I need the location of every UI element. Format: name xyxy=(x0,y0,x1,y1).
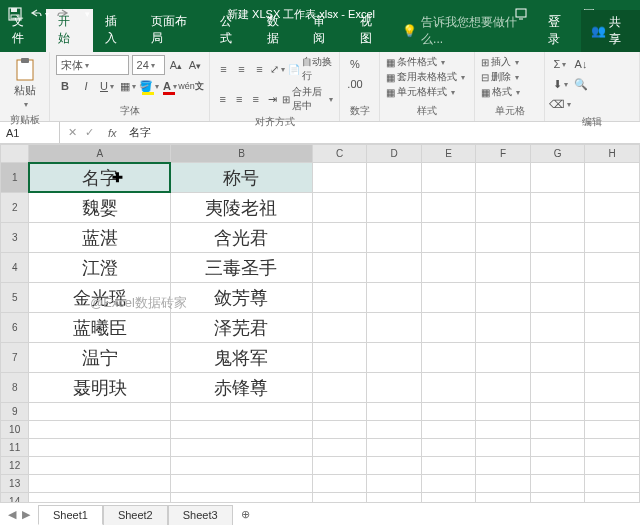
row-header[interactable]: 9 xyxy=(1,403,29,421)
save-icon[interactable] xyxy=(4,3,26,25)
cell[interactable] xyxy=(476,283,531,313)
tab-review[interactable]: 审阅 xyxy=(301,9,347,52)
bold-icon[interactable]: B xyxy=(56,77,74,95)
align-middle-icon[interactable]: ≡ xyxy=(234,60,249,78)
cell[interactable] xyxy=(367,421,422,439)
cell[interactable] xyxy=(367,283,422,313)
cell[interactable] xyxy=(530,439,585,457)
cell[interactable] xyxy=(312,475,367,493)
column-header[interactable]: G xyxy=(530,145,585,163)
sheet-tab[interactable]: Sheet2 xyxy=(103,505,168,525)
sheet-tab[interactable]: Sheet1 xyxy=(38,505,103,525)
column-header[interactable]: B xyxy=(171,145,313,163)
row-header[interactable]: 12 xyxy=(1,457,29,475)
decimal-icon[interactable]: .00 xyxy=(346,75,364,93)
row-header[interactable]: 3 xyxy=(1,223,29,253)
align-top-icon[interactable]: ≡ xyxy=(216,60,231,78)
cell[interactable]: 夷陵老祖 xyxy=(171,193,313,223)
cell[interactable] xyxy=(421,253,476,283)
name-box[interactable]: A1 xyxy=(0,122,60,143)
cell[interactable] xyxy=(29,475,171,493)
sheet-nav-next-icon[interactable]: ▶ xyxy=(22,508,30,521)
cell-styles-button[interactable]: ▦单元格样式▾ xyxy=(386,85,468,99)
cell[interactable] xyxy=(312,493,367,503)
select-all-corner[interactable] xyxy=(1,145,29,163)
new-sheet-button[interactable]: ⊕ xyxy=(233,505,258,524)
cell[interactable] xyxy=(367,193,422,223)
cell[interactable] xyxy=(585,283,640,313)
column-header[interactable]: H xyxy=(585,145,640,163)
format-cells-button[interactable]: ▦格式▾ xyxy=(481,85,538,99)
cell[interactable]: 蓝湛 xyxy=(29,223,171,253)
cell[interactable] xyxy=(312,193,367,223)
cell[interactable] xyxy=(585,193,640,223)
cell[interactable] xyxy=(29,403,171,421)
undo-icon[interactable]: ▾ xyxy=(28,3,50,25)
fill-icon[interactable]: ⬇▾ xyxy=(551,75,569,93)
cell[interactable]: 名字 xyxy=(29,163,171,193)
increase-font-icon[interactable]: A▴ xyxy=(168,56,184,74)
cell[interactable]: 温宁 xyxy=(29,343,171,373)
cell[interactable]: 聂明玦 xyxy=(29,373,171,403)
cell[interactable]: 蓝曦臣 xyxy=(29,313,171,343)
cell[interactable]: 赤锋尊 xyxy=(171,373,313,403)
column-header[interactable]: D xyxy=(367,145,422,163)
cell[interactable] xyxy=(530,421,585,439)
cell[interactable] xyxy=(530,475,585,493)
align-center-icon[interactable]: ≡ xyxy=(233,90,247,108)
cell[interactable] xyxy=(476,475,531,493)
login-button[interactable]: 登录 xyxy=(538,10,580,52)
clear-icon[interactable]: ⌫▾ xyxy=(551,95,569,113)
merge-button[interactable]: ⊞合并后居中▾ xyxy=(282,85,333,113)
cell[interactable]: 魏婴 xyxy=(29,193,171,223)
cell[interactable]: 三毒圣手 xyxy=(171,253,313,283)
underline-icon[interactable]: U▾ xyxy=(98,77,116,95)
cell[interactable] xyxy=(530,223,585,253)
row-header[interactable]: 5 xyxy=(1,283,29,313)
cell[interactable]: 称号 xyxy=(171,163,313,193)
cell[interactable] xyxy=(312,253,367,283)
row-header[interactable]: 8 xyxy=(1,373,29,403)
cell[interactable] xyxy=(171,457,313,475)
cell[interactable] xyxy=(367,493,422,503)
cell[interactable] xyxy=(421,373,476,403)
cell[interactable] xyxy=(29,457,171,475)
formula-bar[interactable]: 名字 xyxy=(123,125,640,140)
fill-color-icon[interactable]: 🪣▾ xyxy=(140,77,158,95)
cell[interactable] xyxy=(421,223,476,253)
cell[interactable] xyxy=(476,163,531,193)
cell[interactable] xyxy=(585,253,640,283)
cell[interactable] xyxy=(171,493,313,503)
align-bottom-icon[interactable]: ≡ xyxy=(252,60,267,78)
cell[interactable] xyxy=(530,313,585,343)
cell[interactable] xyxy=(367,343,422,373)
cell[interactable] xyxy=(585,457,640,475)
fx-icon[interactable]: fx xyxy=(102,127,123,139)
phonetic-icon[interactable]: wén文 xyxy=(182,77,200,95)
cell[interactable] xyxy=(421,493,476,503)
cell[interactable] xyxy=(367,373,422,403)
delete-cells-button[interactable]: ⊟删除▾ xyxy=(481,70,538,84)
cell[interactable] xyxy=(171,475,313,493)
cell[interactable] xyxy=(585,373,640,403)
row-header[interactable]: 7 xyxy=(1,343,29,373)
font-color-icon[interactable]: A▾ xyxy=(161,77,179,95)
cell[interactable] xyxy=(585,223,640,253)
tell-me[interactable]: 💡告诉我您想要做什么... xyxy=(394,10,538,52)
cell[interactable] xyxy=(312,373,367,403)
cell[interactable] xyxy=(585,475,640,493)
tab-view[interactable]: 视图 xyxy=(348,9,394,52)
cell[interactable] xyxy=(171,421,313,439)
cell[interactable] xyxy=(421,457,476,475)
tab-data[interactable]: 数据 xyxy=(255,9,301,52)
column-header[interactable]: F xyxy=(476,145,531,163)
orientation-icon[interactable]: ⤢▾ xyxy=(270,60,285,78)
row-header[interactable]: 2 xyxy=(1,193,29,223)
share-button[interactable]: 👥共享 xyxy=(581,10,640,52)
tab-layout[interactable]: 页面布局 xyxy=(139,9,208,52)
qat-customize-icon[interactable]: ▾ xyxy=(76,3,98,25)
cell[interactable] xyxy=(476,223,531,253)
cell[interactable] xyxy=(476,421,531,439)
worksheet-grid[interactable]: ABCDEFGH1名字称号2魏婴夷陵老祖3蓝湛含光君4江澄三毒圣手5金光瑶敛芳尊… xyxy=(0,144,640,502)
cell[interactable]: 敛芳尊 xyxy=(171,283,313,313)
